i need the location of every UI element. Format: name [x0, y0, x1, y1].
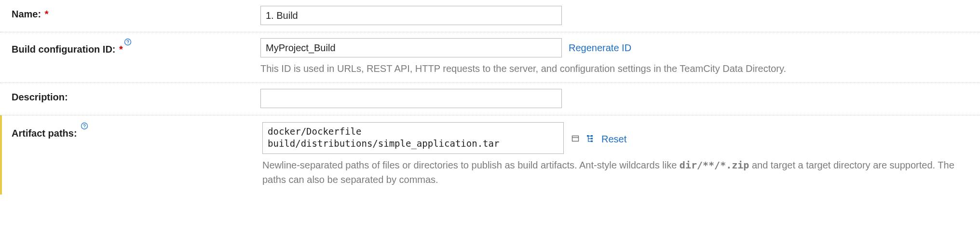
reset-link[interactable]: Reset	[601, 134, 626, 145]
artifact-paths-hint: Newline-separated paths of files or dire…	[262, 158, 966, 187]
build-id-row: Build configuration ID: * Regenerate ID …	[0, 32, 980, 83]
name-input[interactable]	[260, 6, 562, 25]
svg-rect-8	[591, 138, 593, 139]
name-label-text: Name:	[12, 9, 41, 19]
expand-editor-icon[interactable]	[571, 134, 580, 143]
description-input[interactable]	[260, 89, 562, 108]
description-field	[260, 89, 974, 108]
required-asterisk: *	[119, 44, 123, 55]
artifact-paths-actions: Reset	[571, 132, 626, 145]
artifact-paths-field: docker/Dockerfile build/distributions/si…	[262, 122, 976, 187]
svg-rect-4	[572, 136, 579, 141]
description-row: Description:	[0, 83, 980, 115]
required-asterisk: *	[45, 9, 49, 19]
svg-rect-13	[588, 141, 591, 141]
name-field	[260, 6, 974, 25]
build-id-field: Regenerate ID This ID is used in URLs, R…	[260, 38, 974, 76]
build-id-label-text: Build configuration ID:	[12, 44, 116, 55]
svg-point-3	[84, 127, 85, 128]
svg-rect-10	[588, 137, 588, 142]
name-label: Name: *	[0, 6, 260, 20]
build-id-hint: This ID is used in URLs, REST API, HTTP …	[260, 61, 965, 76]
svg-point-1	[127, 43, 128, 44]
artifact-paths-label: Artifact paths:	[2, 122, 262, 139]
build-id-label: Build configuration ID: *	[0, 38, 260, 55]
artifact-paths-label-text: Artifact paths:	[12, 128, 77, 139]
artifact-paths-row: Artifact paths: docker/Dockerfile build/…	[0, 115, 980, 195]
artifact-hint-prefix: Newline-separated paths of files or dire…	[262, 160, 680, 170]
regenerate-id-link[interactable]: Regenerate ID	[569, 42, 631, 54]
help-icon[interactable]	[81, 122, 88, 130]
svg-point-2	[82, 123, 88, 129]
build-config-form: Name: * Build configuration ID: * Reg	[0, 0, 980, 195]
name-row: Name: *	[0, 0, 980, 32]
artifact-hint-code: dir/**/*.zip	[680, 159, 749, 171]
description-label-text: Description:	[12, 92, 68, 102]
build-id-input[interactable]	[260, 38, 562, 57]
tree-picker-icon[interactable]	[586, 134, 596, 143]
help-icon[interactable]	[124, 38, 132, 46]
svg-rect-11	[588, 136, 591, 136]
artifact-paths-textarea[interactable]: docker/Dockerfile build/distributions/si…	[262, 122, 564, 154]
svg-rect-9	[591, 140, 593, 142]
svg-rect-12	[588, 138, 591, 139]
svg-point-0	[124, 39, 131, 45]
description-label: Description:	[0, 89, 260, 103]
svg-rect-7	[591, 135, 593, 137]
